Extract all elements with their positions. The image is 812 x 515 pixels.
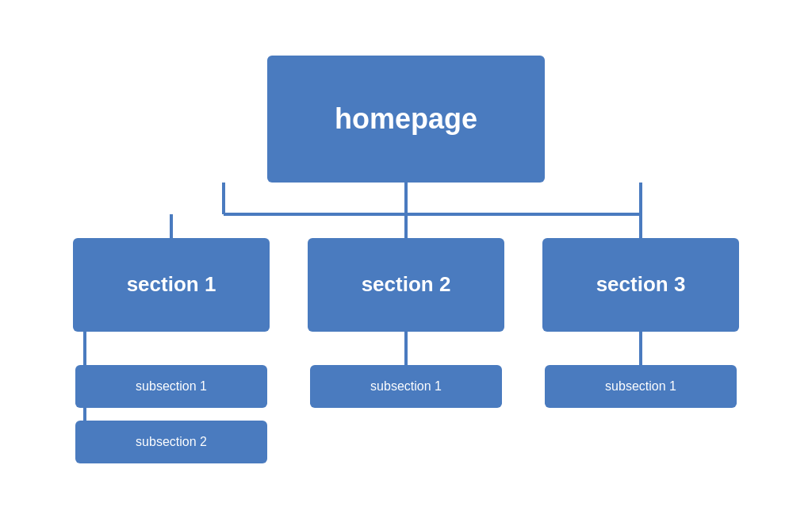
section1-node: section 1 — [73, 238, 270, 332]
section2-label: section 2 — [362, 272, 451, 297]
sub2-1-label: subsection 1 — [370, 379, 442, 394]
sub2-1-node: subsection 1 — [310, 365, 502, 408]
section3-node: section 3 — [542, 238, 739, 332]
sub1-2-node: subsection 2 — [75, 421, 267, 463]
sub1-2-label: subsection 2 — [136, 435, 207, 449]
section1-label: section 1 — [127, 272, 216, 297]
sitemap-diagram: homepage section 1 section 2 section 3 s… — [25, 24, 787, 492]
homepage-node: homepage — [267, 56, 545, 183]
sub1-1-node: subsection 1 — [75, 365, 267, 408]
section2-node: section 2 — [308, 238, 504, 332]
section3-label: section 3 — [596, 272, 686, 297]
sub3-1-node: subsection 1 — [545, 365, 737, 408]
sub1-1-label: subsection 1 — [136, 379, 207, 394]
sub3-1-label: subsection 1 — [605, 379, 676, 394]
homepage-label: homepage — [335, 102, 477, 136]
